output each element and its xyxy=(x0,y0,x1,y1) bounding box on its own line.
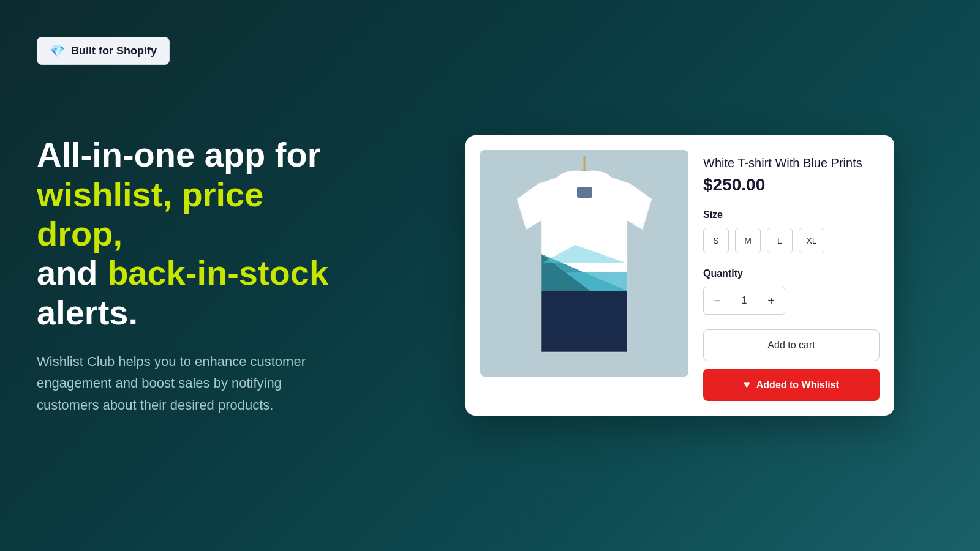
shopify-badge: 💎 Built for Shopify xyxy=(37,37,170,65)
headline-line5: alerts. xyxy=(37,293,138,332)
size-xl-button[interactable]: XL xyxy=(799,228,824,253)
headline: All-in-one app for wishlist, price drop,… xyxy=(37,135,343,332)
diamond-icon: 💎 xyxy=(50,43,65,58)
product-card: White T-shirt With Blue Prints $250.00 S… xyxy=(466,135,894,416)
size-s-button[interactable]: S xyxy=(703,228,729,253)
headline-line1: All-in-one app for xyxy=(37,135,321,174)
quantity-increase-button[interactable]: + xyxy=(758,287,785,314)
add-to-cart-button[interactable]: Add to cart xyxy=(703,329,880,361)
size-m-button[interactable]: M xyxy=(735,228,761,253)
quantity-label: Quantity xyxy=(703,268,880,279)
headline-line3: and back-in-stock xyxy=(37,253,328,292)
product-name: White T-shirt With Blue Prints xyxy=(703,156,880,170)
hero-subtext: Wishlist Club helps you to enhance custo… xyxy=(37,351,343,416)
svg-marker-4 xyxy=(541,291,627,352)
size-options: S M L XL xyxy=(703,228,880,253)
product-demo-section: White T-shirt With Blue Prints $250.00 S… xyxy=(380,111,980,440)
badge-label: Built for Shopify xyxy=(71,45,157,58)
product-image xyxy=(480,150,688,377)
add-to-wishlist-button[interactable]: ♥ Added to Whislist xyxy=(703,369,880,401)
product-details: White T-shirt With Blue Prints $250.00 S… xyxy=(703,150,880,401)
quantity-value: 1 xyxy=(731,295,758,306)
size-l-button[interactable]: L xyxy=(767,228,793,253)
size-label: Size xyxy=(703,209,880,220)
heart-icon: ♥ xyxy=(744,378,750,391)
wishlist-button-label: Added to Whislist xyxy=(756,380,839,391)
headline-highlighted1: wishlist, price drop, xyxy=(37,175,263,253)
product-image-container xyxy=(480,150,688,377)
svg-rect-10 xyxy=(577,187,592,198)
product-price: $250.00 xyxy=(703,175,880,195)
quantity-decrease-button[interactable]: − xyxy=(704,287,731,314)
hero-section: All-in-one app for wishlist, price drop,… xyxy=(0,135,380,416)
quantity-control: − 1 + xyxy=(703,287,785,315)
